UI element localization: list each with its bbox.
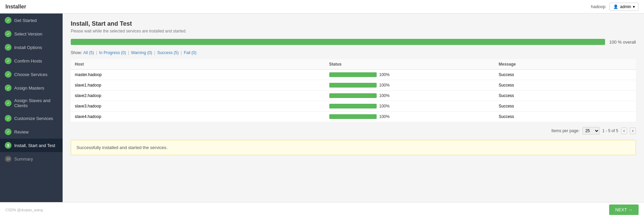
filter-fail[interactable]: Fail (0) — [184, 50, 196, 55]
host-progress-pct-3: 100% — [379, 104, 390, 108]
sidebar-item-install-start-test[interactable]: 9 Install, Start and Test — [0, 139, 63, 152]
sep2: | — [128, 50, 129, 55]
cell-host-2: slave2.hadoop — [71, 91, 325, 101]
sidebar-label-confirm-hosts: Confirm Hosts — [14, 58, 42, 64]
host-progress-pct-4: 100% — [379, 114, 390, 119]
filter-all[interactable]: All (5) — [83, 50, 94, 55]
sidebar-label-review: Review — [14, 129, 29, 135]
cell-message-4: Success — [495, 112, 636, 122]
sidebar-label-install-start-test: Install, Start and Test — [14, 143, 55, 148]
footer: CSDN @duqiao_wang NEXT → — [0, 202, 644, 217]
pagination-next[interactable]: › — [630, 127, 636, 134]
cell-status-4: 100% — [325, 112, 495, 122]
cell-status-3: 100% — [325, 101, 495, 112]
filter-row: Show: All (5) | In Progress (0) | Warnin… — [71, 50, 636, 55]
sidebar-item-summary[interactable]: 10 Summary — [0, 152, 63, 166]
cell-message-2: Success — [495, 91, 636, 101]
sidebar: ✓ Get Started ✓ Select Version ✓ Install… — [0, 14, 63, 202]
cluster-name: hadoop — [591, 4, 605, 9]
hosts-table: Host Status Message master.hadoop 100% S… — [71, 59, 636, 122]
sidebar-label-assign-masters: Assign Masters — [14, 86, 44, 91]
filter-in-progress[interactable]: In Progress (0) — [99, 50, 126, 55]
sidebar-item-select-version[interactable]: ✓ Select Version — [0, 27, 63, 41]
overall-progress-container: 100 % overall — [71, 39, 636, 45]
sidebar-label-summary: Summary — [14, 156, 33, 162]
items-per-page-label: Items per page: — [551, 128, 579, 133]
sidebar-label-install-options: Install Options — [14, 45, 42, 50]
sidebar-item-install-options[interactable]: ✓ Install Options — [0, 41, 63, 54]
host-progress-bar-4 — [329, 114, 377, 119]
host-progress-pct-1: 100% — [379, 83, 390, 88]
next-button[interactable]: NEXT → — [609, 204, 639, 215]
host-progress-pct-2: 100% — [379, 93, 390, 98]
table-row: master.hadoop 100% Success — [71, 70, 636, 80]
sidebar-item-review[interactable]: ✓ Review — [0, 125, 63, 139]
chevron-down-icon: ▾ — [633, 4, 635, 9]
per-page-select[interactable]: 25 50 100 — [582, 127, 600, 135]
cell-status-1: 100% — [325, 80, 495, 91]
step-icon-confirm-hosts: ✓ — [5, 57, 12, 64]
sep1: | — [96, 50, 97, 55]
step-icon-get-started: ✓ — [5, 17, 12, 24]
sidebar-item-assign-slaves[interactable]: ✓ Assign Slaves and Clients — [0, 95, 63, 112]
host-progress-bar-0 — [329, 72, 377, 77]
sidebar-label-assign-slaves: Assign Slaves and Clients — [14, 98, 58, 108]
user-label: admin — [620, 4, 631, 9]
table-row: slave2.hadoop 100% Success — [71, 91, 636, 101]
page-subtitle: Please wait while the selected services … — [71, 29, 636, 33]
sidebar-item-confirm-hosts[interactable]: ✓ Confirm Hosts — [0, 54, 63, 68]
filter-success[interactable]: Success (5) — [157, 50, 179, 55]
success-banner: Successfully installed and started the s… — [71, 140, 636, 155]
show-label: Show: — [71, 50, 82, 55]
table-row: slave3.hadoop 100% Success — [71, 101, 636, 112]
app-brand: Installer — [5, 4, 26, 10]
step-icon-install-start-test: 9 — [5, 142, 12, 149]
pagination-range: 1 - 5 of 5 — [602, 128, 618, 133]
cell-status-2: 100% — [325, 91, 495, 101]
sidebar-item-assign-masters[interactable]: ✓ Assign Masters — [0, 81, 63, 95]
host-progress-pct-0: 100% — [379, 72, 390, 77]
overall-progress-bar — [71, 39, 605, 45]
sidebar-label-get-started: Get Started — [14, 18, 37, 23]
main-layout: ✓ Get Started ✓ Select Version ✓ Install… — [0, 14, 644, 202]
sidebar-item-customize-services[interactable]: ✓ Customize Services — [0, 112, 63, 125]
cell-status-0: 100% — [325, 70, 495, 80]
step-icon-summary: 10 — [5, 155, 12, 162]
col-header-message: Message — [495, 59, 636, 70]
col-header-status: Status — [325, 59, 495, 70]
cell-host-3: slave3.hadoop — [71, 101, 325, 112]
sep3: | — [154, 50, 155, 55]
footer-credit: CSDN @duqiao_wang — [5, 208, 43, 212]
host-progress-bar-2 — [329, 93, 377, 98]
overall-progress-label: 100 % overall — [609, 40, 636, 45]
user-menu[interactable]: 👤 admin ▾ — [609, 3, 639, 11]
content-area: Install, Start and Test Please wait whil… — [63, 14, 644, 202]
table-row: slave1.hadoop 100% Success — [71, 80, 636, 91]
success-message: Successfully installed and started the s… — [76, 145, 168, 150]
col-header-host: Host — [71, 59, 325, 70]
cell-host-0: master.hadoop — [71, 70, 325, 80]
step-icon-review: ✓ — [5, 128, 12, 135]
navbar-right: hadoop 👤 admin ▾ — [591, 3, 639, 11]
cell-message-0: Success — [495, 70, 636, 80]
page-title: Install, Start and Test — [71, 20, 636, 27]
sidebar-label-select-version: Select Version — [14, 31, 42, 37]
step-icon-select-version: ✓ — [5, 30, 12, 37]
step-icon-customize-services: ✓ — [5, 115, 12, 122]
sidebar-label-choose-services: Choose Services — [14, 72, 47, 77]
cell-host-1: slave1.hadoop — [71, 80, 325, 91]
cell-host-4: slave4.hadoop — [71, 112, 325, 122]
step-icon-assign-slaves: ✓ — [5, 100, 12, 106]
host-progress-bar-1 — [329, 83, 377, 88]
sep4: | — [181, 50, 182, 55]
sidebar-item-get-started[interactable]: ✓ Get Started — [0, 14, 63, 27]
sidebar-label-customize-services: Customize Services — [14, 116, 53, 121]
sidebar-item-choose-services[interactable]: ✓ Choose Services — [0, 68, 63, 81]
filter-warning[interactable]: Warning (0) — [131, 50, 152, 55]
navbar: Installer hadoop 👤 admin ▾ — [0, 0, 644, 14]
pagination-prev[interactable]: ‹ — [621, 127, 627, 134]
step-icon-install-options: ✓ — [5, 44, 12, 51]
step-icon-assign-masters: ✓ — [5, 85, 12, 91]
user-icon: 👤 — [613, 4, 618, 9]
table-row: slave4.hadoop 100% Success — [71, 112, 636, 122]
